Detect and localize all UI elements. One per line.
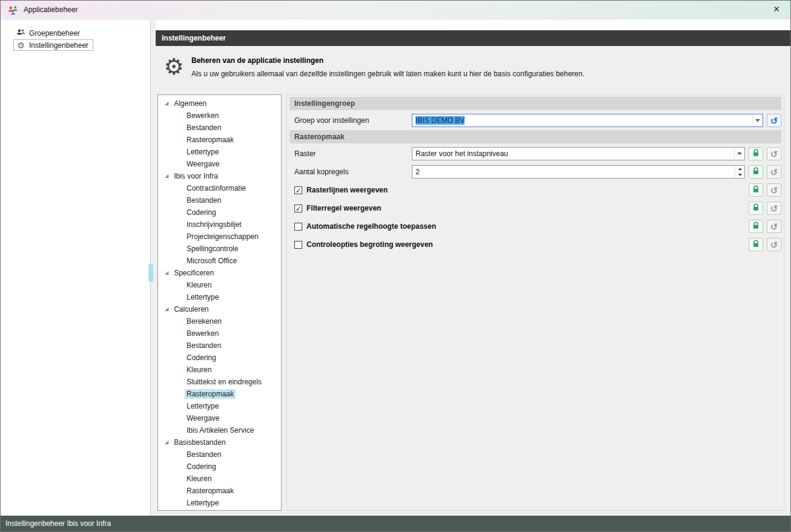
sidebar-item-instellingenbeheer[interactable]: ⚙ Instellingenbeheer [13, 39, 93, 51]
lock-button[interactable] [749, 147, 763, 160]
tree-node-ibis-artikelen-service[interactable]: Ibis Artikelen Service [158, 424, 281, 436]
app-window: Applicatiebeheer × Groepenbeheer ⚙ Inste… [0, 0, 791, 532]
tree-node-label: Bestanden [185, 195, 223, 205]
tree-node-label: Spellingcontrole [185, 244, 240, 254]
tree-node-bestanden[interactable]: Bestanden [158, 340, 281, 352]
tree-node-inschrijvingsbiljet[interactable]: Inschrijvingsbiljet [158, 218, 281, 231]
expander-icon[interactable]: ◢ [165, 271, 168, 275]
tree-node-bestanden[interactable]: Bestanden [158, 122, 281, 134]
field-label: Raster [294, 149, 412, 158]
tree-node-label: Projecteigenschappen [185, 232, 260, 241]
gear-icon: ⚙ [16, 41, 26, 50]
lock-button[interactable] [749, 165, 763, 179]
undo-button[interactable]: ↺ [767, 238, 781, 251]
splitter[interactable] [151, 19, 156, 516]
undo-button[interactable]: ↺ [767, 220, 781, 233]
tree-node-contractinformatie[interactable]: Contractinformatie [158, 182, 281, 194]
checkbox-controleopties-begroting-weergeven[interactable] [294, 241, 302, 249]
form-row-rasterlijnen-weergeven: ✓Rasterlijnen weergeven↺ [290, 181, 781, 199]
undo-button[interactable]: ↺ [767, 202, 781, 215]
tree-node-label: Weergave [185, 413, 221, 423]
panel-header: Instellingenbeheer [156, 30, 790, 46]
checkbox-rasterlijnen-weergeven[interactable]: ✓ [294, 186, 302, 194]
tree-node-bestanden[interactable]: Bestanden [158, 194, 281, 206]
tree-node-lettertype[interactable]: Lettertype [158, 497, 281, 509]
expander-icon[interactable]: ◢ [165, 174, 168, 179]
tree-node-sluittekst-en-eindregels[interactable]: Sluittekst en eindregels [158, 376, 281, 388]
tree-node-bestanden[interactable]: Bestanden [158, 448, 281, 461]
tree-node-lettertype[interactable]: Lettertype [158, 146, 281, 158]
tree-node-ibis-voor-infra[interactable]: ◢Ibis voor Infra [158, 170, 281, 182]
splitter-grip[interactable] [148, 264, 153, 282]
title-bar: Applicatiebeheer × [1, 1, 790, 19]
tree-node-specificeren[interactable]: ◢Specificeren [158, 267, 281, 279]
combo-raster[interactable]: Raster voor het instapniveau [412, 147, 745, 160]
spinner-aantal-kopregels[interactable]: 2 [412, 165, 745, 179]
tree-node-label: Inschrijvingsbiljet [185, 220, 243, 229]
combo-groep-voor-instellingen[interactable]: IBIS DEMO BV [412, 114, 763, 127]
tree-node-kleuren[interactable]: Kleuren [158, 279, 281, 291]
undo-icon: ↺ [770, 222, 778, 231]
lock-button[interactable] [749, 220, 763, 233]
intro-section: ⚙ Beheren van de applicatie instellingen… [156, 46, 790, 88]
tree-node-berekenen[interactable]: Berekenen [158, 315, 281, 327]
tree-node-codering[interactable]: Codering [158, 206, 281, 218]
tree-node-kleuren[interactable]: Kleuren [158, 473, 281, 485]
main-panel: Instellingenbeheer ⚙ Beheren van de appl… [156, 19, 790, 516]
expander-icon[interactable]: ◢ [165, 307, 168, 312]
tree-node-microsoft-office[interactable]: Microsoft Office [158, 255, 281, 267]
app-icon [8, 5, 18, 15]
sidebar-item-label: Instellingenbeheer [29, 41, 88, 50]
dropdown-button[interactable] [752, 114, 763, 126]
tree-node-label: Codering [185, 208, 218, 217]
tree-node-bewerken[interactable]: Bewerken [158, 110, 281, 122]
spin-down-button[interactable] [735, 172, 744, 178]
tree-node-kleuren[interactable]: Kleuren [158, 364, 281, 376]
tree-node-spellingcontrole[interactable]: Spellingcontrole [158, 243, 281, 255]
tree-node-rasteropmaak[interactable]: Rasteropmaak [158, 485, 281, 497]
lock-button[interactable] [749, 238, 763, 251]
tree-node-rasteropmaak[interactable]: Rasteropmaak [158, 134, 281, 146]
undo-button[interactable]: ↺ [767, 165, 781, 179]
undo-button[interactable]: ↺ [767, 114, 781, 127]
tree-node-weergave[interactable]: Weergave [158, 158, 281, 170]
undo-button[interactable]: ↺ [767, 183, 781, 197]
tree-node-codering[interactable]: Codering [158, 461, 281, 473]
sidebar-item-groepenbeheer[interactable]: Groepenbeheer [13, 27, 85, 39]
spin-up-button[interactable] [735, 166, 744, 172]
tree-node-rasteropmaak[interactable]: Rasteropmaak [158, 388, 281, 400]
tree-node-algemeen[interactable]: ◢Algemeen [158, 97, 281, 110]
tree-node-bewerken[interactable]: Bewerken [158, 327, 281, 340]
form-row-controleopties-begroting-weergeven: Controleopties begroting weergeven↺ [290, 235, 781, 254]
lock-icon [752, 222, 760, 231]
spinner-value: 2 [412, 166, 735, 178]
tree-node-label: Berekenen [185, 317, 223, 326]
checkbox-filterregel-weergeven[interactable]: ✓ [294, 205, 302, 212]
tree-node-label: Microsoft Office [185, 256, 239, 266]
tree-node-calculeren[interactable]: ◢Calculeren [158, 303, 281, 315]
undo-icon: ↺ [770, 168, 778, 177]
settings-tree: ◢AlgemeenBewerkenBestandenRasteropmaakLe… [157, 94, 282, 511]
tree-node-lettertype[interactable]: Lettertype [158, 291, 281, 303]
undo-button[interactable]: ↺ [767, 147, 781, 160]
chevron-down-icon [738, 174, 742, 176]
tree-node-label: Rasteropmaak [185, 389, 236, 399]
checkbox-automatische-regelhoogte-toepassen[interactable] [294, 223, 302, 231]
tree-node-label: Bewerken [185, 111, 220, 120]
dropdown-button[interactable] [734, 148, 744, 160]
tree-node-label: Basisbestanden [172, 438, 227, 447]
form-row-automatische-regelhoogte-toepassen: Automatische regelhoogte toepassen↺ [290, 217, 781, 235]
tree-node-codering[interactable]: Codering [158, 352, 281, 364]
lock-button[interactable] [749, 202, 763, 215]
tree-node-lettertype[interactable]: Lettertype [158, 400, 281, 412]
lock-button[interactable] [749, 183, 763, 197]
tree-node-weergave[interactable]: Weergave [158, 412, 281, 424]
close-button[interactable]: × [766, 2, 787, 18]
tree-node-basisbestanden[interactable]: ◢Basisbestanden [158, 436, 281, 448]
tree-node-projecteigenschappen[interactable]: Projecteigenschappen [158, 231, 281, 243]
tree-node-label: Bestanden [185, 123, 223, 133]
app-body: Groepenbeheer ⚙ Instellingenbeheer Inste… [1, 19, 790, 516]
settings-form: InstellingengroepGroep voor instellingen… [286, 94, 784, 511]
expander-icon[interactable]: ◢ [165, 101, 168, 106]
expander-icon[interactable]: ◢ [165, 440, 168, 445]
